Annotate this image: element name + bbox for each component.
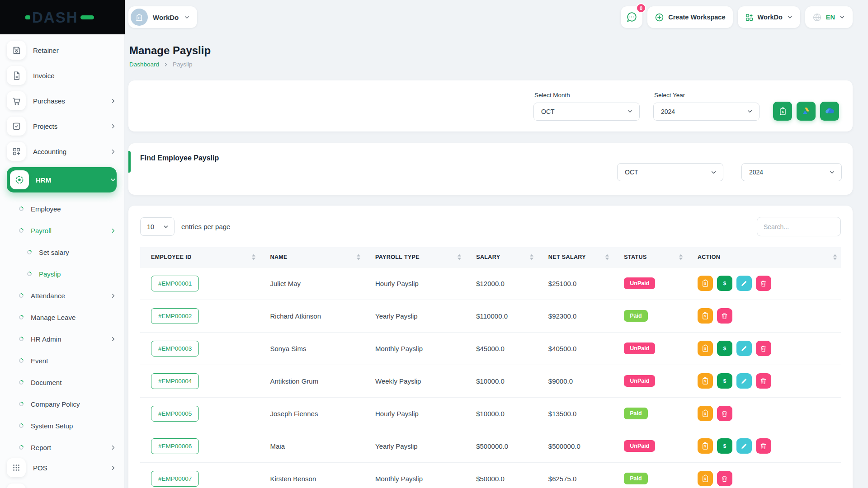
sidebar-item-purchases[interactable]: Purchases bbox=[7, 91, 117, 110]
entries-per-page-select[interactable]: 10 bbox=[140, 217, 175, 236]
delete-button[interactable] bbox=[756, 373, 771, 389]
google-drive-export-button[interactable] bbox=[797, 102, 816, 121]
chevron-right-icon bbox=[110, 148, 117, 155]
payslip-filter-card: Select Month OCT Select Year 2024 $ bbox=[128, 80, 853, 131]
sort-icon[interactable] bbox=[252, 254, 255, 260]
sidebar-item-invoice[interactable]: Invoice bbox=[7, 66, 117, 85]
sidebar-item-document[interactable]: Document bbox=[7, 371, 117, 393]
workdo-menu-button[interactable]: WorkDo bbox=[738, 6, 800, 28]
employee-id-badge[interactable]: #EMP00007 bbox=[151, 471, 199, 487]
payslip-button[interactable]: $ bbox=[698, 406, 713, 421]
column-header-payroll-type[interactable]: PAYROLL TYPE bbox=[364, 247, 465, 267]
employee-id-badge[interactable]: #EMP00002 bbox=[151, 308, 199, 324]
payslip-button[interactable]: $ bbox=[698, 373, 713, 389]
sort-icon[interactable] bbox=[458, 254, 461, 260]
payslip-table-body: #EMP00001Juliet MayHourly Payslip$12000.… bbox=[140, 267, 841, 488]
sidebar-item-retainer[interactable]: Retainer bbox=[7, 41, 117, 60]
table-row: #EMP00001Juliet MayHourly Payslip$12000.… bbox=[140, 267, 841, 300]
year-select[interactable]: 2024 bbox=[653, 103, 760, 121]
sidebar-item-event[interactable]: Event bbox=[7, 350, 117, 371]
status-badge: UnPaid bbox=[624, 375, 655, 387]
payslip-button[interactable]: $ bbox=[698, 308, 713, 324]
edit-button[interactable] bbox=[736, 341, 752, 356]
column-header-net-salary[interactable]: NET SALARY bbox=[538, 247, 613, 267]
sidebar-item-projects[interactable]: Projects bbox=[7, 117, 117, 136]
sidebar-item-set-salary[interactable]: Set salary bbox=[7, 241, 117, 263]
main-area: WorkDo 0 Create Workspace WorkDo bbox=[125, 0, 868, 488]
sort-icon[interactable] bbox=[357, 254, 360, 260]
sidebar-item-system-setup[interactable]: System Setup bbox=[7, 415, 117, 436]
employee-name: Sonya Sims bbox=[259, 332, 365, 365]
bullet-icon bbox=[26, 271, 33, 277]
create-workspace-button[interactable]: Create Workspace bbox=[647, 6, 732, 28]
edit-button[interactable] bbox=[736, 373, 752, 389]
payslip-button[interactable]: $ bbox=[698, 276, 713, 291]
payslip-clipboard-icon: $ bbox=[701, 442, 709, 450]
delete-button[interactable] bbox=[756, 276, 771, 291]
payslip-button[interactable]: $ bbox=[698, 471, 713, 486]
column-header-salary[interactable]: SALARY bbox=[465, 247, 538, 267]
search-input[interactable] bbox=[757, 217, 841, 236]
payment-button[interactable]: $ bbox=[717, 373, 732, 389]
employee-id-badge[interactable]: #EMP00005 bbox=[151, 406, 199, 422]
onedrive-export-button[interactable] bbox=[820, 102, 839, 121]
trash-icon bbox=[721, 475, 728, 483]
sidebar-item-payslip[interactable]: Payslip bbox=[7, 263, 117, 285]
svg-text:$: $ bbox=[704, 314, 706, 318]
sidebar-item-employee[interactable]: Employee bbox=[7, 198, 117, 220]
sort-icon[interactable] bbox=[679, 254, 683, 260]
payment-button[interactable]: $ bbox=[717, 276, 732, 291]
workspace-selector[interactable]: WorkDo bbox=[128, 6, 197, 28]
column-header-status[interactable]: STATUS bbox=[613, 247, 687, 267]
find-year-select[interactable]: 2024 bbox=[741, 163, 842, 181]
payslip-button[interactable]: $ bbox=[698, 438, 713, 454]
column-header-employee-id[interactable]: EMPLOYEE ID bbox=[140, 247, 259, 267]
sidebar-item-report[interactable]: Report bbox=[7, 436, 117, 458]
sort-icon[interactable] bbox=[530, 254, 533, 260]
edit-button[interactable] bbox=[736, 438, 752, 454]
app-logo[interactable]: DASH bbox=[0, 0, 125, 34]
bulk-payment-button[interactable]: $ bbox=[773, 102, 792, 121]
delete-button[interactable] bbox=[717, 471, 732, 486]
sidebar-item-hrm[interactable]: HRM bbox=[7, 167, 117, 192]
onedrive-cloud-icon bbox=[824, 106, 835, 117]
breadcrumb-dashboard-link[interactable]: Dashboard bbox=[129, 61, 159, 68]
edit-button[interactable] bbox=[736, 276, 752, 291]
employee-id-badge[interactable]: #EMP00004 bbox=[151, 373, 199, 389]
employee-id-badge[interactable]: #EMP00001 bbox=[151, 276, 199, 291]
sidebar-item-manage-leave[interactable]: Manage Leave bbox=[7, 306, 117, 328]
column-header-name[interactable]: NAME bbox=[259, 247, 365, 267]
pencil-icon bbox=[740, 345, 748, 352]
dollar-icon: $ bbox=[721, 344, 729, 352]
table-row: #EMP00002Richard AtkinsonYearly Payslip$… bbox=[140, 300, 841, 332]
payment-button[interactable]: $ bbox=[717, 341, 732, 356]
app: DASH RetainerInvoicePurchasesProjectsAcc… bbox=[0, 0, 868, 488]
sidebar-item-crm[interactable]: CRM bbox=[7, 483, 117, 488]
employee-id-badge[interactable]: #EMP00003 bbox=[151, 341, 199, 357]
sort-icon[interactable] bbox=[833, 254, 837, 260]
chevron-down-icon bbox=[184, 14, 190, 21]
messages-button[interactable]: 0 bbox=[621, 6, 642, 28]
sidebar-item-hr-admin[interactable]: HR Admin bbox=[7, 328, 117, 350]
sidebar-item-accounting[interactable]: Accounting bbox=[7, 142, 117, 161]
delete-button[interactable] bbox=[717, 308, 732, 324]
language-button[interactable]: EN bbox=[805, 6, 853, 28]
month-select[interactable]: OCT bbox=[533, 103, 640, 121]
payslip-clipboard-icon: $ bbox=[701, 279, 709, 287]
sidebar-item-payroll[interactable]: Payroll bbox=[7, 220, 117, 241]
sidebar-item-company-policy[interactable]: Company Policy bbox=[7, 393, 117, 415]
employee-id-badge[interactable]: #EMP00006 bbox=[151, 438, 199, 454]
delete-button[interactable] bbox=[717, 406, 732, 421]
chevron-down-icon bbox=[839, 14, 845, 20]
pencil-icon bbox=[740, 280, 748, 287]
sidebar-item-attendance[interactable]: Attendance bbox=[7, 285, 117, 306]
payment-button[interactable]: $ bbox=[717, 438, 732, 454]
sort-icon[interactable] bbox=[605, 254, 609, 260]
net-salary-value: $25100.0 bbox=[538, 267, 613, 300]
sidebar-item-pos[interactable]: POS bbox=[7, 458, 117, 477]
find-month-select[interactable]: OCT bbox=[617, 163, 723, 181]
column-header-action[interactable]: ACTION bbox=[687, 247, 841, 267]
payslip-button[interactable]: $ bbox=[698, 341, 713, 356]
delete-button[interactable] bbox=[756, 341, 771, 356]
delete-button[interactable] bbox=[756, 438, 771, 454]
